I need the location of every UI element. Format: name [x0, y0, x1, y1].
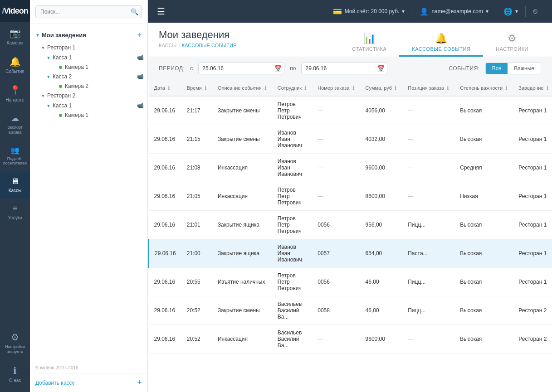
tab-statistics[interactable]: 📊 СТАТИСТИКА: [339, 29, 399, 57]
cell-order-num: —: [312, 325, 360, 353]
cell-venue: Ресторан 1: [513, 125, 552, 154]
cell-amount: 4056,00: [360, 96, 403, 125]
table-row[interactable]: 29.06.1620:52ИнкассацияВасильев Василий …: [149, 325, 552, 353]
col-date-info-icon[interactable]: ℹ: [168, 85, 170, 91]
cell-order-num: 0056: [312, 211, 360, 239]
sidebar-search-area: 🔍: [30, 0, 147, 24]
sidebar-item-visitors[interactable]: 👥 Подсчётпосетителей: [0, 140, 30, 172]
cell-employee: Петров Петр Петрович: [272, 211, 313, 239]
search-input[interactable]: [35, 5, 142, 18]
tree-leaf-r2k1-cam1[interactable]: Камера 1: [46, 111, 147, 120]
nav-kassy-label: Кассы: [9, 188, 22, 193]
col-amount-info-icon[interactable]: ℹ: [395, 85, 397, 91]
tree-item-r1-kassa2[interactable]: ▼ Касса 2 📹: [41, 72, 147, 82]
table-row[interactable]: 29.06.1621:17Закрытие сменыПетров Петр П…: [149, 96, 552, 125]
to-label: по: [290, 65, 296, 72]
r2k1-camera-icon[interactable]: 📹: [137, 102, 144, 109]
tree-item-restaurant1[interactable]: ▼ Ресторан 1 ✏: [35, 43, 147, 53]
col-date: Дата ℹ: [149, 80, 181, 96]
search-icon[interactable]: 🔍: [131, 8, 138, 15]
col-time-info-icon[interactable]: ℹ: [205, 85, 207, 91]
col-desc-info-icon[interactable]: ℹ: [264, 85, 267, 91]
filter-btn-important[interactable]: Важные: [508, 63, 541, 74]
cell-order-num: —: [312, 96, 360, 125]
left-navigation: iVideon 📷 Камеры 🔔 События 📍 На карте ☁ …: [0, 0, 30, 392]
col-emp-info-icon[interactable]: ℹ: [304, 85, 307, 91]
hamburger-menu-icon[interactable]: ☰: [157, 6, 165, 17]
col-order-num: Номер заказа ℹ: [312, 80, 360, 96]
language-item[interactable]: 🌐 ▾: [498, 7, 523, 16]
sidebar-item-services[interactable]: ≡ Услуги: [0, 198, 30, 226]
r1-kassy-group: ▼ Касса 1 📹 Камера 1 ▼ Касса 2 📹: [35, 53, 147, 91]
cell-importance: Средняя: [454, 154, 513, 182]
sidebar-item-kassy[interactable]: 🖥 Кассы: [0, 171, 30, 198]
tree-leaf-r1k1-cam1[interactable]: Камера 1: [46, 63, 147, 72]
sidebar-item-account-settings[interactable]: ⚙ Настройкиаккаунта: [0, 326, 30, 360]
tab-kassy-events[interactable]: 🔔 КАССОВЫЕ СОБЫТИЯ: [399, 29, 483, 57]
cell-employee: Иванов Иван Иванович: [272, 239, 313, 268]
cell-venue: Ресторан 2: [513, 325, 552, 353]
logo[interactable]: iVideon: [0, 0, 30, 22]
tree-item-r2-kassa1[interactable]: ▼ Касса 1 📹: [41, 101, 147, 111]
tab-settings[interactable]: ⚙ НАСТРОЙКИ: [483, 29, 541, 57]
tree-section-header[interactable]: ▼ Мои заведения +: [30, 28, 147, 43]
add-kassa-button[interactable]: Добавить кассу +: [30, 373, 147, 392]
cell-order-num: 0057: [312, 239, 360, 268]
cell-venue: Ресторан 1: [513, 211, 552, 239]
visitors-icon: 👥: [10, 146, 20, 155]
cell-time: 20:55: [181, 268, 212, 296]
sidebar-item-about[interactable]: ℹ О нас: [0, 360, 30, 388]
cell-importance: Высокая: [454, 296, 513, 325]
sidebar-item-export[interactable]: ☁ Экспортархива: [0, 108, 30, 140]
table-row[interactable]: 29.06.1621:05ИнкассацияПетров Петр Петро…: [149, 182, 552, 211]
table-row[interactable]: 29.06.1620:55Изъятие наличныхПетров Петр…: [149, 268, 552, 296]
r2-kassy-group: ▼ Касса 1 📹 Камера 1: [35, 101, 147, 120]
logout-item[interactable]: ⎋: [528, 7, 543, 15]
settings-tab-icon: ⚙: [508, 33, 517, 44]
cell-date: 29.06.16: [149, 125, 181, 154]
table-row[interactable]: 29.06.1621:01Закрытие ящикаПетров Петр П…: [149, 211, 552, 239]
nav-export-label: Экспортархива: [7, 125, 23, 135]
col-venue-info-icon[interactable]: ℹ: [547, 85, 549, 91]
filter-btn-all[interactable]: Все: [486, 63, 508, 74]
cell-importance: Высокая: [454, 325, 513, 353]
r2-label: Ресторан 2: [47, 92, 75, 99]
copyright-text: © ivideon 2010–2016: [30, 363, 147, 373]
cell-order-num: 0058: [312, 296, 360, 325]
r1k2-camera-icon[interactable]: 📹: [137, 73, 144, 80]
cell-desc: Закрытие смены: [212, 296, 272, 325]
table-row[interactable]: 29.06.1621:00Закрытие ящикаИванов Иван И…: [149, 239, 552, 268]
kassy-icon: 🖥: [11, 177, 19, 186]
account-balance-item[interactable]: 💳 Мой счёт: 20 000 руб. ▾: [327, 7, 410, 16]
tree-item-r1-kassa1[interactable]: ▼ Касса 1 📹: [41, 53, 147, 63]
map-icon: 📍: [10, 85, 21, 96]
cam-online-dot: [59, 66, 62, 69]
date-to-input[interactable]: [301, 63, 387, 74]
date-from-input[interactable]: [198, 63, 284, 74]
sidebar-item-map[interactable]: 📍 На карте: [0, 79, 30, 108]
col-importance-info-icon[interactable]: ℹ: [505, 85, 508, 91]
r1k1-camera-icon[interactable]: 📹: [137, 54, 144, 61]
cam-online-dot: [59, 114, 62, 117]
r1k2-label: Касса 2: [53, 73, 72, 80]
user-account-item[interactable]: 👤 name@example.com ▾: [414, 7, 494, 16]
nav-cameras-label: Камеры: [7, 40, 24, 45]
nav-settings-label: Настройкиаккаунта: [5, 344, 25, 354]
tree-item-restaurant2[interactable]: ▼ Ресторан 2 ✏: [35, 91, 147, 101]
tree-leaf-r1k2-cam1[interactable]: Камера 2: [46, 82, 147, 91]
cell-time: 21:08: [181, 154, 212, 182]
breadcrumb-parent[interactable]: КАССЫ: [159, 43, 176, 48]
page-title: Мои заведения: [159, 29, 237, 41]
col-importance: Степень важности ℹ: [454, 80, 513, 96]
sidebar-item-cameras[interactable]: 📷 Камеры: [0, 22, 30, 51]
cell-venue: Ресторан 1: [513, 239, 552, 268]
col-ordernum-info-icon[interactable]: ℹ: [352, 85, 355, 91]
table-row[interactable]: 29.06.1620:52Закрытие сменыВасильев Васи…: [149, 296, 552, 325]
table-row[interactable]: 29.06.1621:15Закрытие сменыИванов Иван И…: [149, 125, 552, 154]
table-row[interactable]: 29.06.1621:08ИнкассацияИванов Иван Ивано…: [149, 154, 552, 182]
add-venue-icon[interactable]: +: [137, 30, 142, 40]
sidebar-item-events[interactable]: 🔔 События: [0, 51, 30, 79]
col-orderpos-info-icon[interactable]: ℹ: [447, 85, 449, 91]
cell-importance: Высокая: [454, 96, 513, 125]
cell-time: 21:01: [181, 211, 212, 239]
